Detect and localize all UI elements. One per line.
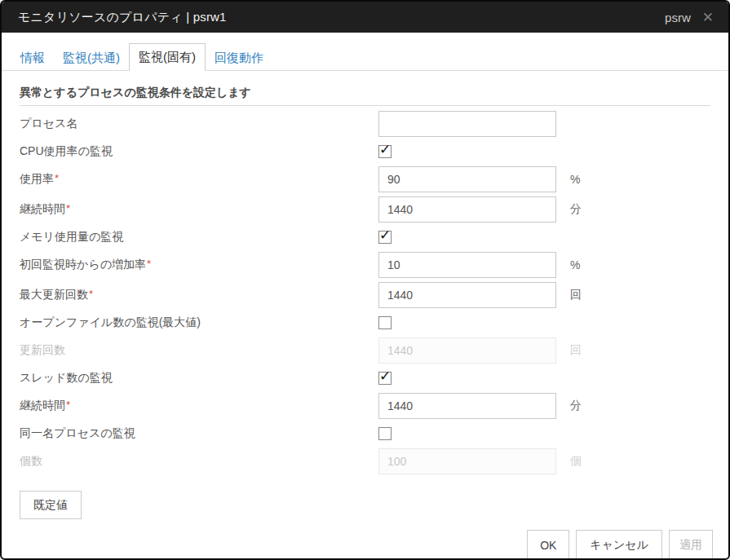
increase-rate-label: 初回監視時からの増加率* [20,258,378,272]
tab-content: 異常とするプロセスの監視条件を設定します プロセス名 CPU使用率の監視 ✓ 使… [2,86,728,519]
process-count-label: 個数 [20,454,378,469]
cpu-usage-monitor-label: CPU使用率の監視 [20,144,378,159]
cancel-button[interactable]: キャンセル [576,530,662,560]
default-values-button[interactable]: 既定値 [20,491,82,519]
memory-usage-monitor-row: メモリ使用量の監視 ✓ [20,227,710,248]
same-name-process-monitor-label: 同一名プロセスの監視 [20,426,378,441]
required-mark: * [66,399,70,411]
tab-monitor-special[interactable]: 監視(固有) [129,43,206,71]
usage-rate-input[interactable] [378,166,556,192]
unit-suffix: 回 [570,288,582,302]
resource-name-label: psrw [665,11,691,24]
process-name-row: プロセス名 [20,111,710,137]
required-mark: * [147,258,151,270]
increase-rate-row: 初回監視時からの増加率* % [20,252,710,278]
same-name-process-monitor-row: 同一名プロセスの監視 [20,423,710,444]
unit-suffix: 分 [570,399,582,413]
dialog-footer: OK キャンセル 適用 [2,530,728,560]
close-icon[interactable]: ✕ [702,11,714,24]
tab-recovery-action[interactable]: 回復動作 [206,45,272,70]
refresh-count-input [378,337,556,364]
dialog-titlebar: モニタリソースのプロパティ | psrw1 psrw ✕ [2,2,728,33]
required-mark: * [66,202,70,214]
titlebar-right: psrw ✕ [665,11,714,24]
check-mark-icon: ✓ [379,143,391,157]
cpu-usage-monitor-row: CPU使用率の監視 ✓ [20,141,710,162]
usage-rate-row: 使用率* % [20,166,710,192]
process-name-input[interactable] [378,111,556,137]
monitor-resource-properties-dialog: モニタリソースのプロパティ | psrw1 psrw ✕ 情報 監視(共通) 監… [0,0,730,560]
monitor-condition-form: プロセス名 CPU使用率の監視 ✓ 使用率* % 継続時間* 分 メモリ使用量の… [20,111,710,474]
unit-suffix: 回 [570,343,582,358]
tab-monitor-common[interactable]: 監視(共通) [54,45,129,70]
required-mark: * [89,288,93,300]
memory-usage-monitor-label: メモリ使用量の監視 [20,230,378,245]
open-files-monitor-row: オープンファイル数の監視(最大値) [20,312,710,333]
same-name-process-monitor-checkbox[interactable] [378,427,392,440]
process-count-input [378,448,556,474]
process-count-row: 個数 個 [20,448,710,474]
thread-duration-label: 継続時間* [20,399,378,413]
section-heading: 異常とするプロセスの監視条件を設定します [20,86,710,106]
cpu-duration-label: 継続時間* [20,202,378,217]
memory-usage-monitor-checkbox[interactable]: ✓ [378,231,392,244]
max-refresh-count-input[interactable] [378,282,556,308]
cpu-duration-row: 継続時間* 分 [20,196,710,223]
apply-button[interactable]: 適用 [669,530,713,560]
open-files-monitor-label: オープンファイル数の監視(最大値) [20,315,378,330]
usage-rate-label: 使用率* [20,172,378,187]
thread-duration-row: 継続時間* 分 [20,393,710,419]
refresh-count-label: 更新回数 [20,343,378,358]
max-refresh-count-label: 最大更新回数* [20,288,378,302]
tab-bar: 情報 監視(共通) 監視(固有) 回復動作 [2,44,728,71]
process-name-label: プロセス名 [20,117,378,131]
open-files-monitor-checkbox[interactable] [378,316,392,329]
ok-button[interactable]: OK [527,530,569,560]
required-mark: * [55,172,59,184]
check-mark-icon: ✓ [379,369,391,383]
cpu-duration-input[interactable] [378,196,556,223]
unit-suffix: 分 [570,202,582,217]
unit-suffix: 個 [570,454,582,469]
thread-count-monitor-label: スレッド数の監視 [20,371,378,386]
thread-count-monitor-checkbox[interactable]: ✓ [378,372,392,385]
thread-duration-input[interactable] [378,393,556,419]
max-refresh-count-row: 最大更新回数* 回 [20,282,710,308]
refresh-count-row: 更新回数 回 [20,337,710,364]
unit-suffix: % [570,173,580,186]
tab-info[interactable]: 情報 [11,45,54,70]
check-mark-icon: ✓ [379,228,391,242]
increase-rate-input[interactable] [378,252,556,278]
dialog-title: モニタリソースのプロパティ | psrw1 [18,10,227,25]
unit-suffix: % [570,258,580,271]
cpu-usage-monitor-checkbox[interactable]: ✓ [378,145,392,158]
thread-count-monitor-row: スレッド数の監視 ✓ [20,368,710,389]
